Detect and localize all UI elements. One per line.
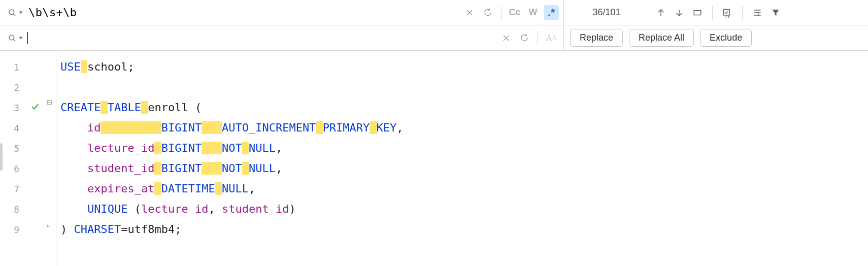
separator xyxy=(742,6,743,20)
code-editor[interactable]: USE school;CREATE TABLE enroll ( id BIGI… xyxy=(56,51,868,266)
code-line[interactable] xyxy=(60,77,868,97)
code-line[interactable]: ) CHARSET=utf8mb4; xyxy=(60,219,868,240)
search-options: Cc W .* xyxy=(460,0,563,25)
next-match-icon[interactable] xyxy=(672,5,687,20)
select-all-occurrences-icon[interactable] xyxy=(690,5,705,20)
svg-rect-6 xyxy=(694,10,701,15)
replace-all-button[interactable]: Replace All xyxy=(629,29,694,47)
prev-match-icon[interactable] xyxy=(653,5,669,20)
fold-open-icon[interactable]: ⊟ xyxy=(47,98,52,106)
regex-toggle[interactable]: .* xyxy=(544,5,559,20)
code-line[interactable]: UNIQUE (lecture_id, student_id) xyxy=(60,199,868,219)
search-history-icon[interactable] xyxy=(480,5,495,20)
editor-wrap: 123456789 ⊟ ⌞ USE school;CREATE TABLE en… xyxy=(0,51,868,266)
replace-dropdown-chevron-icon[interactable] xyxy=(18,33,23,43)
separator xyxy=(712,6,713,20)
code-line[interactable]: CREATE TABLE enroll ( xyxy=(60,97,868,118)
separator xyxy=(538,31,538,45)
gutter-line[interactable]: 8 xyxy=(0,199,47,219)
replace-bar: AA Replace Replace All Exclude xyxy=(0,25,868,51)
svg-line-1 xyxy=(13,14,15,16)
svg-rect-7 xyxy=(724,9,730,15)
replace-caret xyxy=(27,32,28,44)
replace-options: AA xyxy=(497,25,563,50)
search-icon[interactable] xyxy=(7,8,17,18)
search-results-panel: 36/101 xyxy=(563,0,868,25)
filter-icon[interactable] xyxy=(768,5,783,20)
check-icon xyxy=(30,102,40,113)
replace-icon[interactable] xyxy=(7,33,17,43)
code-line[interactable]: student_id BIGINT NOT NULL, xyxy=(60,158,868,179)
editor-search-root: Cc W .* 36/101 xyxy=(0,0,868,266)
gutter-line[interactable]: 5 xyxy=(0,138,47,158)
replace-buttons-panel: Replace Replace All Exclude xyxy=(563,25,868,50)
whole-words-toggle[interactable]: W xyxy=(525,5,541,20)
new-selection-icon[interactable] xyxy=(720,5,735,20)
replace-left: AA xyxy=(0,25,563,50)
fold-column: ⊟ ⌞ xyxy=(47,51,56,266)
replace-input[interactable] xyxy=(32,32,493,44)
search-left: Cc W .* xyxy=(0,0,563,25)
code-line[interactable]: lecture_id BIGINT NOT NULL, xyxy=(60,138,868,158)
gutter-line[interactable]: 3 xyxy=(0,97,47,118)
replace-history-icon[interactable] xyxy=(517,30,532,46)
search-dropdown-chevron-icon[interactable] xyxy=(18,8,23,18)
svg-point-0 xyxy=(9,10,14,15)
fold-close-icon[interactable]: ⌞ xyxy=(47,220,50,228)
replace-button[interactable]: Replace xyxy=(570,29,623,47)
gutter-line[interactable]: 4 xyxy=(0,118,47,138)
code-line[interactable]: id BIGINT AUTO_INCREMENT PRIMARY KEY, xyxy=(60,118,868,138)
preserve-case-icon[interactable]: AA xyxy=(544,30,559,46)
search-input[interactable] xyxy=(27,6,456,19)
match-count: 36/101 xyxy=(572,7,641,18)
svg-point-14 xyxy=(9,35,14,40)
exclude-button[interactable]: Exclude xyxy=(700,29,752,47)
separator xyxy=(501,6,502,20)
gutter-line[interactable]: 2 xyxy=(0,77,47,97)
gutter-line[interactable]: 1 xyxy=(0,57,47,77)
gutter-line[interactable]: 7 xyxy=(0,179,47,199)
clear-search-icon[interactable] xyxy=(462,5,477,20)
gutter-line[interactable]: 9 xyxy=(0,219,47,240)
find-options-icon[interactable] xyxy=(750,5,765,20)
clear-replace-icon[interactable] xyxy=(498,30,514,46)
code-line[interactable]: expires_at DATETIME NULL, xyxy=(60,179,868,199)
gutter: 123456789 xyxy=(0,51,47,266)
search-bar: Cc W .* 36/101 xyxy=(0,0,868,25)
svg-line-15 xyxy=(13,39,15,41)
code-line[interactable]: USE school; xyxy=(60,57,868,77)
gutter-line[interactable]: 6 xyxy=(0,158,47,179)
match-case-toggle[interactable]: Cc xyxy=(507,5,522,20)
